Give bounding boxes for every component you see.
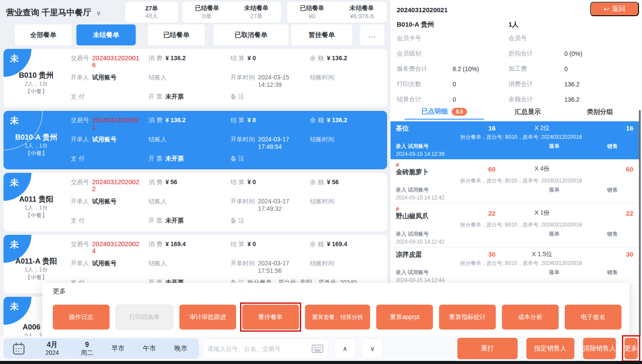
filter-tab[interactable]: ... — [360, 24, 385, 45]
detail-people-count: 1人 — [508, 21, 518, 29]
bottom-action-button[interactable]: 更多 — [625, 338, 638, 359]
stat-order-count: 27单 — [145, 5, 158, 12]
balance-value: ¥ 136.2 — [327, 55, 347, 62]
detail-order-number: 20240312020021 — [397, 6, 448, 14]
table-people: 2人，1台 — [24, 80, 48, 88]
settle-value: ¥ 0 — [247, 240, 256, 247]
calendar-icon[interactable] — [11, 341, 26, 356]
filter-tab[interactable]: 暂挂餐单 — [291, 24, 352, 45]
filter-tab[interactable]: 全部餐单 — [15, 24, 72, 45]
popup-action-button[interactable]: 操作日志 — [53, 305, 110, 330]
detail-info-label: 消费合计 — [508, 80, 564, 88]
ordered-item-row[interactable]: # 金砖脆萝卜 60 X 4份 60 拆分餐单，原台号: B010，原单号: 2… — [391, 159, 639, 203]
balance-label: 余 额 — [310, 240, 324, 248]
detail-tab[interactable]: 类别分组 — [564, 107, 636, 120]
table-name: B010-A 贵州 — [15, 133, 58, 142]
popup-action-button[interactable]: 电子签名 — [565, 305, 621, 330]
order-card[interactable]: 未 A011 贵阳 1人，1台 【中餐】 交易号 20240312020022 … — [3, 173, 387, 231]
filter-tab-label: ... — [368, 31, 377, 39]
item-sale-label: 销售 — [607, 186, 633, 194]
order-fields: 交易号 20240312020016 消 费 ¥ 136.2 结 算 ¥ 0 余… — [69, 49, 387, 107]
detail-scrollbar[interactable] — [639, 110, 641, 337]
order-card[interactable]: 未 B010-A 贵州 1人，1台 【中餐】 交易号 2024031202002… — [3, 111, 387, 169]
back-arrow-icon: ↩ — [604, 6, 609, 12]
item-quantity: X 1份 — [505, 209, 579, 217]
filter-tab[interactable]: 已取消餐单 — [213, 24, 288, 45]
detail-info-value: 0 — [564, 65, 568, 72]
popup-action-button[interactable]: 重算套餐、结算分拆 — [305, 305, 370, 330]
filter-tab[interactable]: 已结餐单 — [148, 24, 205, 45]
table-info: B010 贵州 2人，1台 【中餐】 — [3, 49, 69, 107]
detail-tab[interactable]: 汇总显示 — [492, 107, 564, 120]
keyboard-icon[interactable] — [312, 344, 323, 354]
popup-action-button[interactable]: 审计审批跟进 — [179, 305, 236, 330]
note-label: 备 注 — [230, 93, 244, 101]
detail-info-label: 折扣合计 — [508, 50, 564, 58]
ordered-item-row[interactable]: 茶位 16 X 2位 16 拆分餐单，原台号: B010，原单号: 202403… — [391, 121, 639, 159]
item-drop-label: 落单 — [501, 143, 607, 150]
open-time-label: 开单时间 — [230, 260, 255, 268]
detail-tab[interactable]: 已点明细 8.5 — [405, 107, 484, 120]
filter-tab[interactable]: 未结餐单 — [76, 24, 136, 45]
opener-label: 开单人 — [71, 74, 89, 82]
page-up-button[interactable]: ∧ — [334, 338, 356, 359]
item-entry-account: 录入 试用账号 — [396, 230, 501, 238]
item-split-note: 拆分餐单，原台号: B010，原单号: 20240312020016 — [396, 132, 633, 142]
detail-info-label: 会员级别 — [397, 50, 453, 58]
bottom-bar: 4月 2024 9 周二 早市 午市 晚市 — [0, 336, 642, 361]
invoice-value: 未开票 — [165, 93, 184, 101]
settle-label: 结 算 — [230, 55, 244, 62]
item-drop-label: 落单 — [501, 186, 607, 194]
item-hash-mark: # — [396, 162, 479, 168]
detail-tab-label: 类别分组 — [587, 108, 613, 116]
popup-action-label: 操作日志 — [69, 313, 93, 321]
stat-value: 27单 — [250, 13, 263, 20]
item-quantity: X 2位 — [505, 124, 579, 132]
opener-label: 开单人 — [71, 198, 89, 206]
note-label: 备 注 — [230, 155, 244, 163]
table-info: B010-A 贵州 1人，1台 【中餐】 — [3, 111, 69, 169]
stat-value: 0单 — [203, 13, 212, 20]
item-split-note: 拆分餐单，原台号: B010，原单号: 20240312020016 — [396, 176, 633, 185]
item-entry-time: 2024-03-15 14:12:42 — [396, 238, 633, 245]
filter-tab-label: 未结餐单 — [93, 31, 119, 39]
market-period-button[interactable]: 午市 — [143, 344, 156, 353]
order-card[interactable]: 未 B010 贵州 2人，1台 【中餐】 交易号 20240312020016 … — [3, 49, 387, 107]
market-period-button[interactable]: 晚市 — [174, 344, 187, 353]
item-sale-label: 销售 — [607, 230, 633, 238]
popup-action-button[interactable]: 打印回执单 — [116, 305, 173, 330]
ordered-item-row[interactable]: # 野山椒凤爪 22 X 1份 22 拆分餐单，原台号: B010，原单号: 2… — [391, 203, 639, 247]
market-period-button[interactable]: 早市 — [111, 344, 124, 353]
popup-action-button[interactable]: 重传餐单 — [242, 305, 299, 330]
stat-label: 已结餐单 — [195, 4, 220, 12]
txn-number: 20240312020024 — [92, 240, 141, 254]
ordered-item-row[interactable]: 凉拌皮蛋 30 X 1.5位 30 拆分餐单，原台号: B010，原单号: 20… — [391, 247, 639, 286]
item-name: 金砖脆萝卜 — [396, 168, 479, 176]
item-price: 22 — [479, 209, 505, 217]
item-entry-time: 2024-03-15 14:12:44 — [396, 276, 633, 283]
search-input[interactable] — [207, 345, 312, 352]
bottom-action-button[interactable]: 清除销售人 — [583, 338, 616, 359]
item-quantity: X 1.5位 — [505, 251, 579, 258]
page-title[interactable]: 营业查询 千里马中餐厅 ∨ — [6, 7, 101, 18]
detail-tab-badge: 8.5 — [452, 108, 467, 116]
stat-box-orders: 27单 48人 — [125, 2, 178, 23]
item-amount: 22 — [579, 209, 633, 217]
popup-action-button[interactable]: 成本分析 — [502, 305, 559, 330]
page-down-button[interactable]: ∨ — [362, 338, 383, 359]
consume-label: 消 费 — [148, 240, 162, 248]
balance-value: ¥ 56 — [327, 179, 339, 185]
bottom-action-button[interactable]: 重打 — [457, 338, 518, 359]
popup-action-button[interactable]: 重算指标统计 — [439, 305, 496, 330]
balance-label: 余 额 — [310, 117, 324, 124]
open-time-label: 开单时间 — [230, 136, 255, 144]
popup-action-button[interactable]: 重算apprpt — [376, 305, 433, 330]
chevron-down-icon: ∨ — [370, 345, 375, 353]
txn-number: 20240312020022 — [92, 179, 141, 192]
back-button[interactable]: ↩ 返回 — [590, 2, 639, 16]
stat-label: 未结餐单 — [244, 4, 269, 12]
closer-label: 结账人 — [148, 260, 167, 268]
txn-label: 交易号 — [71, 240, 89, 248]
bottom-action-button[interactable]: 指定销售人 — [526, 338, 574, 359]
date-widget[interactable]: 4月 2024 9 周二 早市 午市 晚市 — [3, 338, 199, 359]
